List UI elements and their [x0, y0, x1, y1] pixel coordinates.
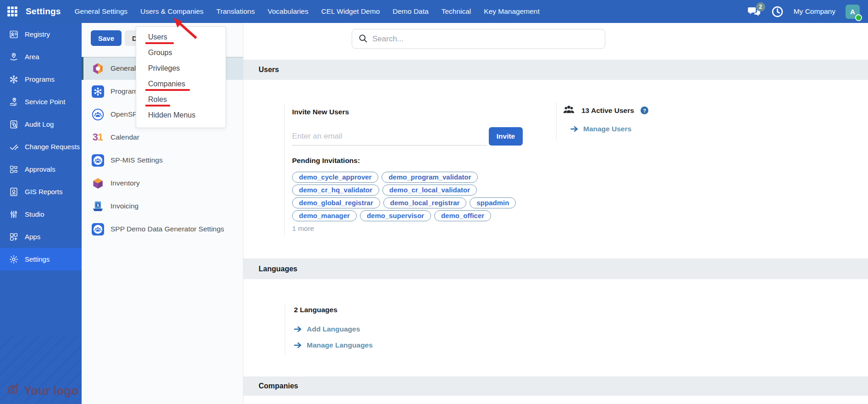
main-sidebar: Registry Area Programs Service Point Aud… — [0, 23, 82, 404]
pending-invitation-pill-demo-local-registrar[interactable]: demo_local_registrar — [383, 197, 467, 208]
pending-invitations-row: demo_global_registrardemo_local_registra… — [292, 197, 556, 208]
messages-count-badge: 2 — [756, 2, 765, 11]
app-title: Settings — [26, 6, 61, 17]
topbar-menus: General SettingsUsers & CompaniesTransla… — [75, 7, 540, 16]
area-icon — [9, 52, 19, 62]
settings-nav-item-invoicing[interactable]: $ Invoicing — [82, 195, 243, 218]
settings-nav-item-inventory[interactable]: Inventory — [82, 172, 243, 195]
programs-app-icon — [91, 84, 105, 98]
camera-icon — [7, 383, 20, 398]
dropdown-item-hidden-menus[interactable]: Hidden Menus — [136, 110, 226, 125]
company-logo-placeholder: Your logo — [0, 383, 78, 404]
pending-invitations-label: Pending Invitations: — [292, 157, 556, 165]
invite-email-field[interactable] — [292, 127, 487, 146]
pending-invitations-row: demo_managerdemo_supervisordemo_officer — [292, 210, 556, 221]
sidebar-item-area[interactable]: Area — [0, 45, 82, 68]
activities-clock-icon[interactable] — [771, 6, 784, 18]
help-question-badge[interactable]: ? — [641, 107, 648, 114]
dropdown-item-groups[interactable]: Groups — [136, 47, 226, 63]
apps-icon — [9, 232, 19, 242]
sidebar-item-studio[interactable]: Studio — [0, 203, 82, 225]
pending-invitation-pill-demo-cycle-approver[interactable]: demo_cycle_approver — [292, 172, 378, 183]
apps-grid-icon[interactable] — [6, 6, 18, 17]
sidebar-item-programs[interactable]: Programs — [0, 68, 82, 90]
arrow-right-icon — [570, 126, 579, 132]
messages-icon[interactable]: 2 — [747, 6, 761, 17]
sidebar-item-settings[interactable]: Settings — [0, 248, 82, 270]
add-languages-link[interactable]: Add Languages — [294, 325, 373, 333]
users-section-header: Users — [243, 60, 868, 80]
languages-count-label: 2 Languages — [294, 306, 373, 314]
sidebar-item-registry[interactable]: Registry — [0, 23, 82, 45]
sidebar-list: Registry Area Programs Service Point Aud… — [0, 23, 82, 270]
sidebar-item-gis-reports[interactable]: GIS Reports — [0, 180, 82, 203]
invite-button[interactable]: Invite — [489, 127, 523, 146]
settings-nav-item-spp-demo-data-generator-settings[interactable]: SPP Demo Data Generator Settings — [82, 218, 243, 241]
pending-invitation-pill-demo-supervisor[interactable]: demo_supervisor — [360, 210, 431, 221]
search-input[interactable] — [372, 34, 598, 44]
programs-network-icon — [9, 74, 19, 84]
openspp-icon — [91, 107, 105, 121]
pending-invitations-row: demo_cycle_approverdemo_program_validato… — [292, 172, 556, 183]
topbar-menu-demo-data[interactable]: Demo Data — [393, 7, 428, 16]
settings-nav-item-calendar[interactable]: 31 Calendar — [82, 126, 243, 149]
arrow-right-icon — [294, 342, 303, 348]
change-requests-icon — [9, 142, 19, 152]
sidebar-item-approvals[interactable]: Approvals — [0, 158, 82, 180]
settings-gear-icon — [9, 254, 19, 264]
pending-invitation-pill-sppadmin[interactable]: sppadmin — [470, 197, 516, 208]
languages-section-header: Languages — [243, 258, 868, 279]
pending-invitation-pill-demo-cr-hq-validator[interactable]: demo_cr_hq_validator — [292, 185, 379, 196]
svg-text:$: $ — [96, 202, 99, 207]
settings-main: Users Invite New Users Invite Pending In… — [243, 23, 868, 404]
topbar-menu-translations[interactable]: Translations — [216, 7, 255, 16]
service-point-icon — [9, 97, 19, 107]
topbar-menu-users-companies[interactable]: Users & Companies — [140, 7, 204, 16]
topbar-right: 2 My Company A — [747, 5, 860, 19]
dropdown-item-roles[interactable]: Roles — [136, 94, 226, 110]
registry-icon — [9, 29, 19, 39]
sidebar-item-apps[interactable]: Apps — [0, 225, 82, 248]
inventory-icon — [91, 176, 105, 190]
sidebar-item-audit-log[interactable]: Audit Log — [0, 113, 82, 135]
invoicing-icon: $ — [91, 199, 105, 213]
topbar: Settings General SettingsUsers & Compani… — [0, 0, 868, 23]
dropdown-item-privileges[interactable]: Privileges — [136, 63, 226, 79]
topbar-menu-general-settings[interactable]: General Settings — [75, 7, 127, 16]
topbar-menu-key-management[interactable]: Key Management — [484, 7, 540, 16]
pending-invitation-pill-demo-cr-local-validator[interactable]: demo_cr_local_validator — [382, 185, 477, 196]
active-users-block: 13 Active Users ? Manage Users — [556, 102, 648, 140]
sidebar-item-change-requests[interactable]: Change Requests — [0, 135, 82, 158]
arrow-right-icon — [294, 326, 303, 332]
dropdown-item-companies[interactable]: Companies — [136, 79, 226, 94]
gis-reports-icon — [9, 187, 19, 197]
manage-languages-link[interactable]: Manage Languages — [294, 341, 373, 349]
settings-nav-item-sp-mis-settings[interactable]: SP-MIS Settings — [82, 149, 243, 172]
audit-log-icon — [9, 119, 19, 129]
sp-mis-icon — [91, 153, 105, 167]
search-box[interactable] — [352, 29, 605, 49]
dropdown-item-users[interactable]: Users — [136, 32, 226, 47]
manage-users-link[interactable]: Manage Users — [570, 125, 648, 133]
company-switcher[interactable]: My Company — [794, 7, 835, 16]
pending-invitations-pills: demo_cycle_approverdemo_program_validato… — [292, 172, 556, 221]
topbar-menu-technical[interactable]: Technical — [442, 7, 471, 16]
studio-icon — [9, 209, 19, 219]
pending-invitation-pill-demo-manager[interactable]: demo_manager — [292, 210, 357, 221]
user-avatar[interactable]: A — [846, 5, 860, 19]
invite-input-row: Invite — [292, 127, 556, 146]
app-body: Registry Area Programs Service Point Aud… — [0, 23, 868, 404]
pending-invitation-pill-demo-global-registrar[interactable]: demo_global_registrar — [292, 197, 380, 208]
pending-invitation-pill-demo-officer[interactable]: demo_officer — [434, 210, 491, 221]
more-invitations-link[interactable]: 1 more — [292, 224, 556, 233]
sidebar-item-service-point[interactable]: Service Point — [0, 90, 82, 113]
invite-new-users-block: Invite New Users Invite Pending Invitati… — [284, 103, 556, 236]
sidebar-footer: Your logo — [0, 335, 82, 404]
pending-invitations-row: demo_cr_hq_validatordemo_cr_local_valida… — [292, 185, 556, 196]
topbar-menu-cel-widget-demo[interactable]: CEL Widget Demo — [321, 7, 380, 16]
languages-block: 2 Languages Add Languages Manage Languag… — [285, 304, 373, 355]
pending-invitation-pill-demo-program-validator[interactable]: demo_program_validator — [381, 172, 478, 183]
save-button[interactable]: Save — [91, 30, 122, 46]
topbar-menu-vocabularies[interactable]: Vocabularies — [268, 7, 309, 16]
calendar-icon: 31 — [91, 130, 105, 144]
